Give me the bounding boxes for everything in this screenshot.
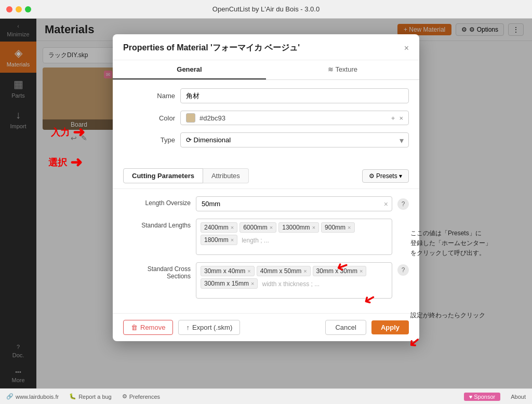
color-label: Color [123,114,175,122]
window-title: OpenCutList by L'Air du Bois - 3.0.0 [212,5,320,13]
cross-help-icon[interactable]: ? [397,264,409,276]
sub-tabs-row: Cutting Parameters Attributes ⚙ Presets … [113,163,419,189]
modal-tabs: General ≋ Texture [113,60,419,80]
length-tag-0: 2400mm× [201,222,237,233]
standard-cross-row: Standard Cross Sections 30mm x 40mm× 40m… [123,262,409,299]
cross-tag-0-remove[interactable]: × [247,268,250,274]
standard-lengths-label: Standard Lengths [123,219,191,229]
standard-cross-label: Standard Cross Sections [123,262,191,280]
modal-title: Properties of Material 'フォーマイカ ベージュ' [123,43,300,53]
window-controls[interactable] [6,6,31,12]
link-icon: 🔗 [6,393,14,400]
type-select[interactable]: ⟳ Dimensional Sheet Linear [180,132,409,147]
length-tag-0-remove[interactable]: × [231,224,234,231]
trash-icon: 🗑 [131,324,138,331]
about-button[interactable]: About [511,394,526,400]
cross-tag-3: 300mm x 15mm× [201,278,258,289]
presets-button[interactable]: ⚙ Presets ▾ [362,169,409,183]
cross-tag-0: 30mm x 40mm× [201,266,255,276]
prefs-icon: ⚙ [122,393,127,400]
cross-tag-2-remove[interactable]: × [360,268,363,274]
length-oversize-input-wrap: × [196,196,392,211]
type-row: Type ⟳ Dimensional Sheet Linear ▾ [123,132,409,147]
report-bug-link[interactable]: 🐛 Report a bug [69,393,112,400]
type-select-wrapper: ⟳ Dimensional Sheet Linear ▾ [180,132,409,147]
texture-icon: ≋ [328,65,335,73]
length-tag-1-remove[interactable]: × [270,224,273,231]
standard-lengths-row: Standard Lengths 2400mm× 6000mm× 13000mm… [123,219,409,255]
length-tag-1: 6000mm× [240,222,276,233]
cross-tag-2: 30mm x 30mm× [313,266,367,276]
length-tag-4: 1800mm× [201,235,237,245]
length-tag-2: 13000mm× [278,222,319,233]
standard-cross-input[interactable]: 30mm x 40mm× 40mm x 50mm× 30mm x 30mm× 3… [196,262,392,299]
sponsor-button[interactable]: ♥ Sponsor [464,393,501,401]
cross-tag-1-remove[interactable]: × [303,268,307,274]
modal-header: Properties of Material 'フォーマイカ ベージュ' × [113,34,419,60]
lengths-placeholder: length ; ... [240,236,271,245]
name-input[interactable] [180,88,409,103]
cross-tag-3-remove[interactable]: × [251,280,254,287]
cancel-button[interactable]: Cancel [325,320,366,335]
length-oversize-input[interactable] [196,196,392,211]
title-bar: OpenCutList by L'Air du Bois - 3.0.0 [0,0,532,19]
cutting-area: Length Oversize × ? Standard Lengths 240… [113,189,419,313]
cross-tag-1: 40mm x 50mm× [257,266,311,276]
length-tag-4-remove[interactable]: × [231,237,234,243]
color-remove-icon[interactable]: × [399,114,403,122]
type-label: Type [123,136,175,144]
minimize-button[interactable] [16,6,22,12]
modal-dialog: Properties of Material 'フォーマイカ ベージュ' × G… [113,34,419,341]
length-tag-2-remove[interactable]: × [312,224,315,231]
preferences-link[interactable]: ⚙ Preferences [122,393,160,400]
bug-icon: 🐛 [69,393,76,400]
export-icon: ↑ [186,324,190,331]
color-actions: + × [391,114,403,122]
export-button[interactable]: ↑ Export (.skm) [178,320,240,335]
length-oversize-row: Length Oversize × ? [123,196,409,211]
name-row: Name [123,88,409,103]
length-tag-3: 900mm× [321,222,354,233]
standard-lengths-input[interactable]: 2400mm× 6000mm× 13000mm× 900mm× 1800mm× … [196,219,392,255]
length-oversize-help-icon[interactable]: ? [397,198,409,210]
modal-close-button[interactable]: × [404,44,409,53]
cross-placeholder: width x thickness ; ... [260,279,322,289]
apply-button[interactable]: Apply [371,320,409,334]
website-link[interactable]: 🔗 www.lairdubois.fr [6,393,59,400]
form-area: Name Color #d2bc93 + × Type [113,80,419,163]
tab-general[interactable]: General [113,60,266,79]
color-row: Color #d2bc93 + × [123,111,409,125]
sub-tab-attributes[interactable]: Attributes [203,168,249,183]
maximize-button[interactable] [25,6,31,12]
color-add-icon[interactable]: + [391,114,395,122]
status-bar: 🔗 www.lairdubois.fr 🐛 Report a bug ⚙ Pre… [0,388,532,404]
color-swatch [186,113,195,123]
modal-overlay: Properties of Material 'フォーマイカ ベージュ' × G… [0,19,532,388]
length-oversize-clear-icon[interactable]: × [384,200,388,208]
color-picker[interactable]: #d2bc93 + × [180,111,409,125]
sub-tab-cutting[interactable]: Cutting Parameters [123,168,203,183]
color-hex: #d2bc93 [200,114,387,122]
modal-footer: 🗑 Remove ↑ Export (.skm) Cancel Apply [113,313,419,341]
remove-button[interactable]: 🗑 Remove [123,320,173,335]
length-oversize-label: Length Oversize [123,196,191,207]
close-button[interactable] [6,6,12,12]
length-tag-3-remove[interactable]: × [348,224,351,231]
tab-texture[interactable]: ≋ Texture [266,60,419,79]
name-label: Name [123,92,175,100]
